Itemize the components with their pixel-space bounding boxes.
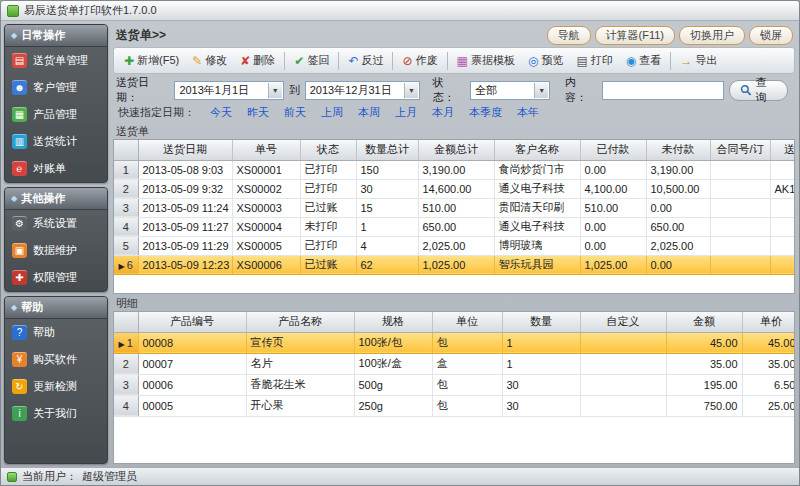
table-row[interactable]: 42013-05-09 11:27XS00004未打印1650.00通义电子科技… — [114, 217, 795, 236]
quick-date-today[interactable]: 今天 — [210, 105, 232, 120]
edit-button[interactable]: ✎修改 — [186, 51, 233, 70]
sidebar-item-system-settings[interactable]: ⚙系统设置 — [5, 210, 107, 237]
cell: 4,100.00 — [580, 179, 646, 198]
quick-date-day-before-yesterday[interactable]: 前天 — [284, 105, 306, 120]
cell: 开心果 — [246, 395, 354, 416]
row-selector[interactable]: ▶6 — [114, 255, 138, 274]
preview-button[interactable]: ◎预览 — [522, 51, 569, 70]
column-header[interactable]: 已付款 — [580, 140, 646, 160]
column-header[interactable]: 未付款 — [646, 140, 710, 160]
search-button[interactable]: 查询 — [729, 80, 788, 101]
column-header[interactable]: 单位 — [432, 312, 502, 332]
row-selector[interactable]: 3 — [114, 198, 138, 217]
quick-date-this-quarter[interactable]: 本季度 — [469, 105, 502, 120]
sidebar-section-header[interactable]: ◆日常操作 — [5, 25, 107, 47]
table-row[interactable]: 32013-05-09 11:24XS00003已过账15510.00贵阳清天印… — [114, 198, 795, 217]
sidebar-item-about-us[interactable]: i关于我们 — [5, 400, 107, 427]
column-header[interactable]: 单价 — [742, 312, 795, 332]
table-row[interactable]: 400005开心果250g包30750.0025.00 — [114, 395, 795, 416]
quick-date-last-week[interactable]: 上周 — [321, 105, 343, 120]
sign-back-button[interactable]: ✔签回 — [288, 51, 335, 70]
status-label: 状态： — [433, 75, 465, 105]
add-button[interactable]: ✚新增(F5) — [118, 51, 185, 70]
table-row[interactable]: 200007名片100张/盒盒135.0035.00 — [114, 353, 795, 374]
sidebar-item-product-manage[interactable]: ▦产品管理 — [5, 101, 107, 128]
reverse-post-button[interactable]: ↶反过 — [342, 51, 389, 70]
column-header[interactable]: 自定义 — [580, 312, 666, 332]
question-icon: ? — [12, 325, 27, 340]
column-header[interactable]: 数量 — [502, 312, 580, 332]
column-header[interactable]: 产品编号 — [138, 312, 246, 332]
sidebar-section-header[interactable]: ◆帮助 — [5, 297, 107, 319]
table-row[interactable]: 12013-05-08 9:03XS00001已打印1503,190.00食尚炒… — [114, 160, 795, 179]
column-header[interactable]: 合同号/订 — [710, 140, 770, 160]
row-selector[interactable]: 1 — [114, 160, 138, 179]
toolbar-button-label: 票据模板 — [471, 53, 515, 68]
delete-button[interactable]: ✘删除 — [234, 51, 281, 70]
cell — [770, 217, 795, 236]
quick-date-yesterday[interactable]: 昨天 — [247, 105, 269, 120]
column-header[interactable]: 单号 — [232, 140, 300, 160]
date-from-picker[interactable]: 2013年1月1日 ▼ — [174, 81, 283, 100]
cell: 包 — [432, 395, 502, 416]
row-selector[interactable]: 4 — [114, 217, 138, 236]
cell: XS00006 — [232, 255, 300, 274]
date-to-picker[interactable]: 2013年12月31日 ▼ — [305, 81, 420, 100]
calculator-button[interactable]: 计算器(F11) — [595, 26, 675, 45]
table-row[interactable]: 52013-05-09 11:29XS00005已打印42,025.00博明玻璃… — [114, 236, 795, 255]
column-header[interactable]: 客户名称 — [494, 140, 580, 160]
current-row-arrow-icon: ▶ — [119, 340, 125, 349]
column-header[interactable]: 数量总计 — [356, 140, 418, 160]
print-button[interactable]: ▤打印 — [570, 51, 618, 70]
quick-date-this-week[interactable]: 本周 — [358, 105, 380, 120]
sidebar-item-statement[interactable]: ℮对账单 — [5, 155, 107, 182]
quick-date-this-month[interactable]: 本月 — [432, 105, 454, 120]
sidebar-item-delivery-note-manage[interactable]: ▤送货单管理 — [5, 47, 107, 74]
nav-button[interactable]: 导航 — [547, 26, 591, 45]
sidebar-section-header[interactable]: ◆其他操作 — [5, 188, 107, 210]
quick-date-this-year[interactable]: 本年 — [517, 105, 539, 120]
table-row[interactable]: 300006香脆花生米500g包30195.006.50 — [114, 374, 795, 395]
cell: XS00002 — [232, 179, 300, 198]
row-selector[interactable]: ▶1 — [114, 332, 138, 353]
status-select[interactable]: 全部 ▼ — [470, 81, 550, 100]
sidebar-item-delivery-stats[interactable]: ▥送货统计 — [5, 128, 107, 155]
column-header[interactable]: 送货日期 — [138, 140, 232, 160]
table-row[interactable]: ▶62013-05-09 12:23XS00006已过账621,025.00智乐… — [114, 255, 795, 274]
cell: AK12 — [770, 179, 795, 198]
row-selector[interactable]: 2 — [114, 353, 138, 374]
column-header[interactable]: 规格 — [354, 312, 432, 332]
row-selector[interactable]: 4 — [114, 395, 138, 416]
void-button[interactable]: ⊘作废 — [396, 51, 443, 70]
row-selector[interactable]: 3 — [114, 374, 138, 395]
sidebar-item-buy-software[interactable]: ¥购买软件 — [5, 346, 107, 373]
cell: 45.00 — [742, 332, 795, 353]
cell: 650.00 — [418, 217, 494, 236]
export-button[interactable]: →导出 — [674, 51, 723, 70]
table-row[interactable]: 22013-05-09 9:32XS00002已打印3014,600.00通义电… — [114, 179, 795, 198]
cell: 1 — [502, 332, 580, 353]
info-icon: i — [12, 406, 27, 421]
column-header[interactable]: 状态 — [300, 140, 356, 160]
sidebar-item-update-check[interactable]: ↻更新检测 — [5, 373, 107, 400]
table-row[interactable]: ▶100008宣传页100张/包包145.0045.00 — [114, 332, 795, 353]
quick-date-last-month[interactable]: 上月 — [395, 105, 417, 120]
sidebar-item-data-maintenance[interactable]: ▣数据维护 — [5, 237, 107, 264]
switch-user-button[interactable]: 切换用户 — [679, 26, 745, 45]
content-input[interactable] — [602, 81, 724, 100]
column-header[interactable]: 金额总计 — [418, 140, 494, 160]
row-selector[interactable]: 5 — [114, 236, 138, 255]
column-header[interactable]: 产品名称 — [246, 312, 354, 332]
receipt-template-button[interactable]: ▦票据模板 — [451, 51, 521, 70]
cell: 3,190.00 — [646, 160, 710, 179]
lock-screen-button[interactable]: 锁屏 — [749, 26, 793, 45]
column-header[interactable]: 送货 — [770, 140, 795, 160]
template-icon: ▦ — [457, 55, 468, 67]
sidebar-item-permission-manage[interactable]: ✚权限管理 — [5, 264, 107, 291]
sidebar-item-customer-manage[interactable]: ☻客户管理 — [5, 74, 107, 101]
view-button[interactable]: ◉查看 — [620, 51, 667, 70]
sidebar-item-help[interactable]: ?帮助 — [5, 319, 107, 346]
row-selector[interactable]: 2 — [114, 179, 138, 198]
cell: 100张/包 — [354, 332, 432, 353]
column-header[interactable]: 金额 — [666, 312, 742, 332]
